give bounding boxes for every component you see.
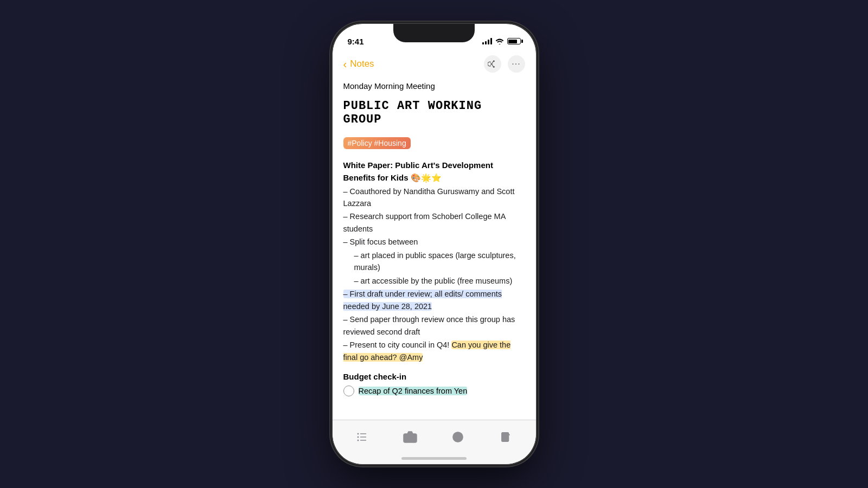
svg-point-5 xyxy=(490,63,492,65)
bullet-1: – Coauthored by Nanditha Guruswamy and S… xyxy=(343,185,525,210)
svg-point-14 xyxy=(413,435,414,436)
markup-button[interactable] xyxy=(446,425,470,449)
bullet-3b: – art accessible by the public (free mus… xyxy=(343,275,525,287)
bullet-6: – Present to city council in Q4! Can you… xyxy=(343,339,525,363)
checkbox-highlight: Recap of Q2 finances from Yen xyxy=(359,387,468,395)
back-chevron-icon: ‹ xyxy=(343,58,347,70)
compose-button[interactable] xyxy=(494,425,518,449)
wifi-icon xyxy=(495,38,504,44)
white-paper-heading: White Paper: Public Art's Development Be… xyxy=(343,159,525,184)
note-subtitle: Monday Morning Meeting xyxy=(343,81,525,91)
checkbox-label: Recap of Q2 finances from Yen xyxy=(359,387,468,395)
budget-heading: Budget check-in xyxy=(343,372,525,381)
bullet-3a: – art placed in public spaces (large scu… xyxy=(343,249,525,274)
svg-point-11 xyxy=(357,439,359,441)
svg-point-9 xyxy=(357,433,359,434)
notch xyxy=(393,24,475,42)
phone-frame: 9:41 ‹ Notes xyxy=(333,24,536,464)
status-icons xyxy=(482,38,521,44)
share-button[interactable] xyxy=(484,55,501,73)
nav-actions: ··· xyxy=(484,55,525,73)
bullet-2: – Research support from Schoberl College… xyxy=(343,210,525,235)
bullet-3: – Split focus between xyxy=(343,236,525,248)
svg-line-4 xyxy=(492,65,493,67)
more-button[interactable]: ··· xyxy=(508,55,525,73)
camera-button[interactable] xyxy=(398,425,422,449)
phone-screen: 9:41 ‹ Notes xyxy=(333,24,536,464)
checklist-button[interactable] xyxy=(350,425,374,449)
note-content: Monday Morning Meeting PUBLIC ART WORKIN… xyxy=(333,77,536,432)
note-body: White Paper: Public Art's Development Be… xyxy=(343,159,525,363)
svg-point-13 xyxy=(408,436,412,440)
nav-bar: ‹ Notes ··· xyxy=(333,51,536,77)
signal-icon xyxy=(482,38,492,44)
back-label: Notes xyxy=(350,59,374,69)
svg-point-10 xyxy=(357,436,359,438)
battery-icon xyxy=(507,38,521,44)
checkbox[interactable] xyxy=(343,386,354,396)
status-time: 9:41 xyxy=(348,37,364,46)
back-button[interactable]: ‹ Notes xyxy=(343,58,374,70)
home-indicator xyxy=(401,457,467,460)
svg-line-3 xyxy=(492,62,493,64)
note-title: PUBLIC ART WORKING GROUP xyxy=(343,99,525,126)
budget-section: Budget check-in Recap of Q2 finances fro… xyxy=(343,372,525,396)
bullet-5: – Send paper through review once this gr… xyxy=(343,313,525,338)
checkbox-row: Recap of Q2 finances from Yen xyxy=(343,386,525,396)
hashtag-highlight: #Policy #Housing xyxy=(343,137,411,149)
bullet-4: – First draft under review; all edits/ c… xyxy=(343,288,525,312)
